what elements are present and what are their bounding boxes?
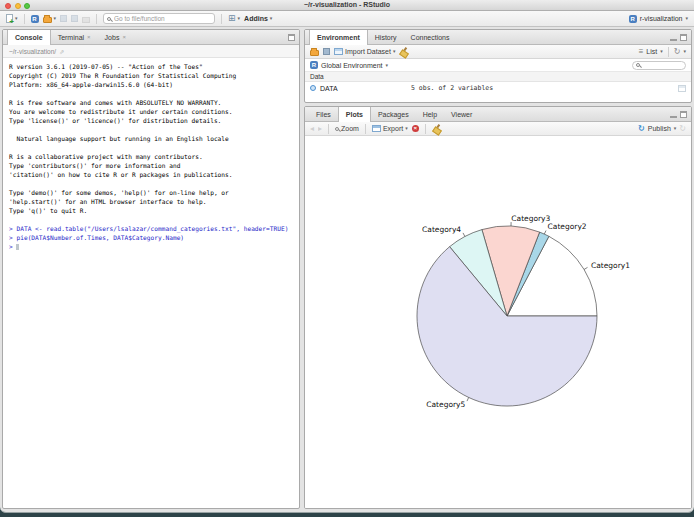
save-all-icon bbox=[71, 15, 78, 22]
console-input-line: > bbox=[9, 242, 293, 251]
console-output-line bbox=[9, 89, 293, 98]
plots-toolbar: ◂ ▸ Zoom Export ▾ × ↻ Publish ▾ ↻ bbox=[305, 122, 691, 136]
plots-panel: FilesPlotsPackagesHelpViewer ◂ ▸ Zoom Ex… bbox=[304, 106, 692, 509]
save-all-button[interactable] bbox=[71, 15, 78, 22]
tab-label: Help bbox=[423, 111, 437, 118]
tab-label: Files bbox=[316, 111, 331, 118]
previous-plot-icon[interactable]: ◂ bbox=[310, 125, 314, 133]
import-dataset-button[interactable]: Import Dataset ▾ bbox=[334, 48, 395, 55]
tab-terminal[interactable]: Terminal× bbox=[51, 30, 98, 44]
maximize-panel-icon[interactable] bbox=[680, 34, 687, 41]
pie-label-tick bbox=[467, 397, 469, 401]
chevron-down-icon: ▾ bbox=[238, 16, 241, 21]
environment-tabbar: EnvironmentHistoryConnections bbox=[305, 30, 691, 45]
pie-label-category5: Category5 bbox=[426, 400, 465, 409]
chevron-down-icon: ▾ bbox=[385, 63, 388, 68]
pie-label-category2: Category2 bbox=[548, 222, 587, 231]
environment-search[interactable] bbox=[632, 61, 686, 70]
new-project-button[interactable]: R bbox=[31, 15, 39, 23]
save-button[interactable] bbox=[60, 15, 67, 22]
console-input-line: > DATA <- read.table("/Users/lsalazar/co… bbox=[9, 224, 293, 233]
tab-files[interactable]: Files bbox=[309, 107, 338, 121]
view-data-icon[interactable] bbox=[678, 85, 686, 92]
goto-file-search[interactable] bbox=[103, 13, 215, 24]
tab-label: Console bbox=[15, 34, 43, 41]
project-menu-button[interactable]: R r-visualization ▾ bbox=[629, 15, 688, 23]
remove-plot-icon[interactable]: × bbox=[412, 125, 419, 132]
close-tab-icon[interactable]: × bbox=[122, 34, 126, 40]
refresh-icon[interactable]: ↻ bbox=[674, 48, 681, 56]
console-output-line bbox=[9, 143, 293, 152]
import-dataset-label: Import Dataset bbox=[345, 48, 391, 55]
close-window-icon[interactable] bbox=[5, 3, 11, 9]
chevron-down-icon: ▾ bbox=[405, 126, 408, 131]
toolbar-divider bbox=[96, 14, 97, 24]
addins-button[interactable]: Addins▾ bbox=[244, 15, 272, 22]
tab-console[interactable]: Console bbox=[7, 30, 51, 45]
pie-label-tick bbox=[584, 267, 588, 269]
tab-label: Environment bbox=[317, 34, 360, 41]
console-output-line bbox=[9, 125, 293, 134]
maximize-panel-icon[interactable] bbox=[680, 111, 687, 118]
environment-scope-label[interactable]: Global Environment bbox=[321, 62, 382, 69]
window-title: ~/r-visualization - RStudio bbox=[0, 0, 694, 10]
env-object-row[interactable]: DATA5 obs. of 2 variables bbox=[305, 82, 691, 94]
console-output-line: R is a collaborative project with many c… bbox=[9, 152, 293, 161]
environment-scope-row: R Global Environment ▾ bbox=[305, 59, 691, 72]
console-output-line: 'citation()' on how to cite R or R packa… bbox=[9, 170, 293, 179]
next-plot-icon[interactable]: ▸ bbox=[318, 125, 322, 133]
list-view-label[interactable]: List bbox=[646, 48, 657, 55]
open-file-button[interactable]: ▾ bbox=[43, 15, 57, 23]
main-toolbar: ▾ R ▾ ⊞▾ Addins▾ R r-visualization ▾ bbox=[0, 11, 694, 27]
tab-label: Terminal bbox=[58, 34, 84, 41]
minimize-panel-icon[interactable] bbox=[670, 111, 677, 118]
search-icon bbox=[107, 17, 111, 21]
minimize-panel-icon[interactable] bbox=[670, 34, 677, 41]
chevron-down-icon: ▾ bbox=[674, 126, 677, 131]
env-object-name: DATA bbox=[320, 85, 338, 92]
zoom-plot-button[interactable]: Zoom bbox=[335, 125, 359, 132]
console-working-directory: ~/r-visualization/ ⇗ bbox=[3, 45, 299, 58]
tab-help[interactable]: Help bbox=[416, 107, 444, 121]
publish-icon: ↻ bbox=[638, 125, 645, 133]
export-label: Export bbox=[383, 125, 403, 132]
tab-plots[interactable]: Plots bbox=[338, 107, 371, 122]
console-output-line: Natural language support but running in … bbox=[9, 134, 293, 143]
console-panel: ConsoleTerminal×Jobs× ~/r-visualization/… bbox=[2, 29, 300, 509]
maximize-panel-icon[interactable] bbox=[288, 34, 295, 41]
new-file-button[interactable]: ▾ bbox=[6, 14, 18, 23]
console-output-line: You are welcome to redistribute it under… bbox=[9, 107, 293, 116]
export-plot-button[interactable]: Export ▾ bbox=[372, 125, 408, 132]
toolbar-divider bbox=[668, 47, 669, 57]
data-section-header: Data bbox=[305, 72, 691, 82]
print-icon bbox=[82, 17, 90, 23]
print-button[interactable] bbox=[82, 15, 90, 23]
environment-toolbar: Import Dataset ▾ ≡ List ▾ ↻ ▾ bbox=[305, 45, 691, 59]
close-tab-icon[interactable]: × bbox=[87, 34, 91, 40]
tab-packages[interactable]: Packages bbox=[371, 107, 416, 121]
publish-label[interactable]: Publish bbox=[648, 125, 671, 132]
console-output[interactable]: R version 3.6.1 (2019-07-05) -- "Action … bbox=[3, 58, 299, 255]
zoom-window-icon[interactable] bbox=[24, 3, 30, 9]
minimize-window-icon[interactable] bbox=[15, 3, 21, 9]
tab-history[interactable]: History bbox=[368, 30, 404, 44]
tab-viewer[interactable]: Viewer bbox=[444, 107, 479, 121]
tab-environment[interactable]: Environment bbox=[309, 30, 368, 45]
pie-label-category4: Category4 bbox=[422, 225, 461, 234]
goto-directory-icon[interactable]: ⇗ bbox=[59, 48, 64, 55]
goto-file-input[interactable] bbox=[114, 15, 204, 22]
clear-all-plots-icon[interactable] bbox=[432, 124, 441, 133]
console-output-line: Type 'q()' to quit R. bbox=[9, 206, 293, 215]
load-workspace-icon[interactable] bbox=[310, 50, 319, 56]
object-expand-icon[interactable] bbox=[310, 85, 316, 91]
data-section-label: Data bbox=[310, 73, 324, 80]
save-workspace-icon[interactable] bbox=[323, 48, 330, 55]
zoom-icon bbox=[335, 127, 339, 131]
tab-connections[interactable]: Connections bbox=[404, 30, 457, 44]
clear-objects-icon[interactable] bbox=[399, 47, 408, 56]
tab-jobs[interactable]: Jobs× bbox=[98, 30, 133, 44]
console-output-line: Copyright (C) 2019 The R Foundation for … bbox=[9, 71, 293, 80]
toolbar-divider bbox=[365, 124, 366, 134]
refresh-plot-icon[interactable]: ↻ bbox=[679, 125, 686, 133]
pane-layout-button[interactable]: ⊞▾ bbox=[228, 14, 240, 23]
